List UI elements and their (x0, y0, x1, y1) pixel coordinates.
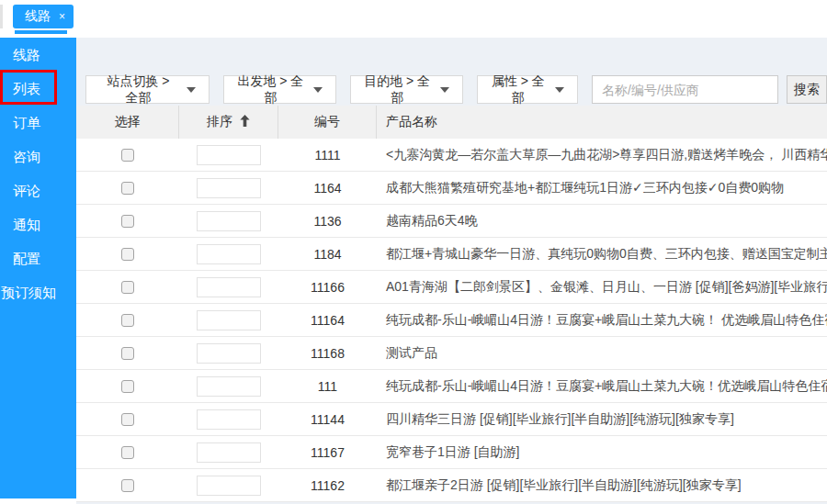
product-id: 1111 (278, 148, 377, 162)
close-icon[interactable]: × (59, 11, 65, 22)
row-checkbox[interactable] (121, 281, 134, 294)
table-row-5: 11164 纯玩成都-乐山-峨嵋山4日游！豆腐宴+峨眉山土菜九大碗！ 优选峨眉山… (76, 304, 827, 337)
chevron-down-icon (313, 87, 323, 93)
product-id: 11162 (278, 478, 377, 493)
sidebar-item-inquiry[interactable]: 咨询 (0, 140, 76, 174)
select-cell (76, 345, 179, 362)
sidebar-item-comment[interactable]: 评论 (0, 174, 76, 207)
product-id: 11144 (278, 412, 377, 427)
table-row-2: 1136 越南精品6天4晚 (76, 205, 827, 238)
header-sort[interactable]: 排序 (179, 106, 278, 139)
row-checkbox[interactable] (121, 215, 134, 228)
row-checkbox[interactable] (121, 347, 134, 360)
sidebar-item-config[interactable]: 配置 (0, 241, 76, 275)
table-row-0: 1111 <九寨沟黄龙—若尔盖大草原—九曲花湖>尊享四日游,赠送烤羊晚会， 川西… (76, 139, 827, 172)
select-cell (76, 444, 179, 461)
row-checkbox[interactable] (121, 149, 134, 162)
product-id: 1164 (278, 181, 377, 196)
page: 线路 × 线路 列表 订单 咨询 评论 通知 配置 预订须知 站点切换 > 全部… (0, 0, 827, 504)
sort-order-input[interactable] (197, 211, 261, 231)
sort-cell (179, 145, 278, 165)
sort-order-input[interactable] (197, 409, 261, 430)
product-id: 11168 (278, 346, 377, 361)
product-name: 都江堰+青城山豪华一日游、真纯玩0购物0自费、三环内包接、赠送国宝定制主题餐 [… (377, 246, 827, 263)
table-row-6: 11168 测试产品 (76, 337, 827, 370)
table-row-10: 11162 都江堰亲子2日游 [促销][毕业旅行][半自助游][纯游玩][独家专… (76, 469, 827, 502)
sidebar-item-route[interactable]: 线路 (0, 38, 76, 72)
table-row-7: 111 纯玩成都-乐山-峨嵋山4日游！豆腐宴+峨眉山土菜九大碗！优选峨眉山特色住… (76, 370, 827, 403)
select-cell (76, 213, 179, 230)
content-area: 站点切换 > 全部 出发地 > 全部 目的地 > 全部 属性 > 全部 搜索 选… (76, 38, 827, 504)
arrow-up-icon (240, 115, 250, 129)
sort-order-input[interactable] (197, 145, 261, 165)
sidebar-item-list[interactable]: 列表 (0, 72, 76, 106)
table-header: 选择 排序 编号 产品名称 (76, 106, 827, 139)
tab-bar: 线路 × (0, 0, 827, 38)
sidebar-item-notice[interactable]: 通知 (0, 207, 76, 241)
filter-site[interactable]: 站点切换 > 全部 (85, 75, 210, 104)
product-name: 纯玩成都-乐山-峨嵋山4日游！豆腐宴+峨眉山土菜九大碗！优选峨眉山特色住宿！ [… (377, 378, 827, 395)
sidebar-item-booking-notes[interactable]: 预订须知 (0, 275, 76, 309)
sort-cell (179, 409, 278, 430)
table-row-8: 11144 四川精华三日游 [促销][毕业旅行][半自助游][纯游玩][独家专享… (76, 403, 827, 436)
row-checkbox[interactable] (121, 479, 134, 492)
sort-order-input[interactable] (197, 343, 261, 364)
row-checkbox[interactable] (121, 380, 134, 393)
sort-cell (179, 178, 278, 198)
select-cell (76, 246, 179, 263)
sort-cell (179, 277, 278, 297)
clipped-tab-edge (0, 5, 3, 28)
tab-route-label: 线路 (25, 8, 51, 25)
product-id: 1136 (278, 214, 377, 229)
table-row-1: 1164 成都大熊猫繁殖研究基地+都江堰纯玩1日游✓三环内包接✓0自费0购物 (76, 172, 827, 205)
sort-order-input[interactable] (197, 442, 261, 463)
product-name: A01青海湖【二郎剑景区】、金银滩、日月山、一日游 [促销][爸妈游][毕业旅行… (377, 279, 827, 296)
product-name: 纯玩成都-乐山-峨嵋山4日游！豆腐宴+峨眉山土菜九大碗！ 优选峨眉山特色住宿！1… (377, 312, 827, 329)
row-checkbox[interactable] (121, 314, 134, 327)
filter-destination[interactable]: 目的地 > 全部 (350, 75, 463, 104)
sort-order-input[interactable] (197, 244, 261, 264)
sort-order-input[interactable] (197, 178, 261, 198)
sort-cell (179, 476, 278, 496)
sort-cell (179, 211, 278, 231)
chevron-down-icon (187, 87, 196, 93)
product-name: 越南精品6天4晚 (377, 213, 827, 230)
product-table: 选择 排序 编号 产品名称 (76, 106, 827, 502)
select-cell (76, 312, 179, 329)
table-row-9: 11167 宽窄巷子1日游 [自助游] (76, 436, 827, 469)
sidebar: 线路 列表 订单 咨询 评论 通知 配置 预订须知 (0, 38, 76, 498)
sort-cell (179, 376, 278, 397)
filter-departure[interactable]: 出发地 > 全部 (223, 75, 336, 104)
table-row-4: 11166 A01青海湖【二郎剑景区】、金银滩、日月山、一日游 [促销][爸妈游… (76, 271, 827, 304)
select-cell (76, 378, 179, 395)
sort-cell (179, 244, 278, 264)
select-cell (76, 147, 179, 163)
chevron-down-icon (440, 87, 449, 93)
tab-route[interactable]: 线路 × (13, 5, 74, 28)
header-id: 编号 (278, 106, 377, 139)
row-checkbox[interactable] (121, 248, 134, 261)
sort-cell (179, 442, 278, 463)
row-checkbox[interactable] (121, 446, 134, 459)
select-cell (76, 411, 179, 428)
product-id: 1184 (278, 247, 377, 262)
sort-order-input[interactable] (197, 476, 261, 496)
sidebar-item-order[interactable]: 订单 (0, 106, 76, 140)
row-checkbox[interactable] (121, 413, 134, 426)
header-name: 产品名称 (377, 106, 827, 139)
row-checkbox[interactable] (121, 182, 134, 195)
search-input[interactable] (592, 75, 778, 104)
sort-cell (179, 310, 278, 330)
product-name: 成都大熊猫繁殖研究基地+都江堰纯玩1日游✓三环内包接✓0自费0购物 (377, 180, 827, 196)
sort-cell (179, 343, 278, 364)
search-button[interactable]: 搜索 (787, 75, 827, 104)
product-id: 11166 (278, 280, 377, 295)
select-cell (76, 477, 179, 494)
product-id: 11164 (278, 313, 377, 328)
filter-attribute[interactable]: 属性 > 全部 (477, 75, 579, 104)
product-name: 测试产品 (377, 345, 827, 362)
sort-order-input[interactable] (197, 310, 261, 330)
sort-order-input[interactable] (197, 277, 261, 297)
sort-order-input[interactable] (197, 376, 261, 397)
filter-bar: 站点切换 > 全部 出发地 > 全部 目的地 > 全部 属性 > 全部 搜索 (85, 75, 827, 104)
